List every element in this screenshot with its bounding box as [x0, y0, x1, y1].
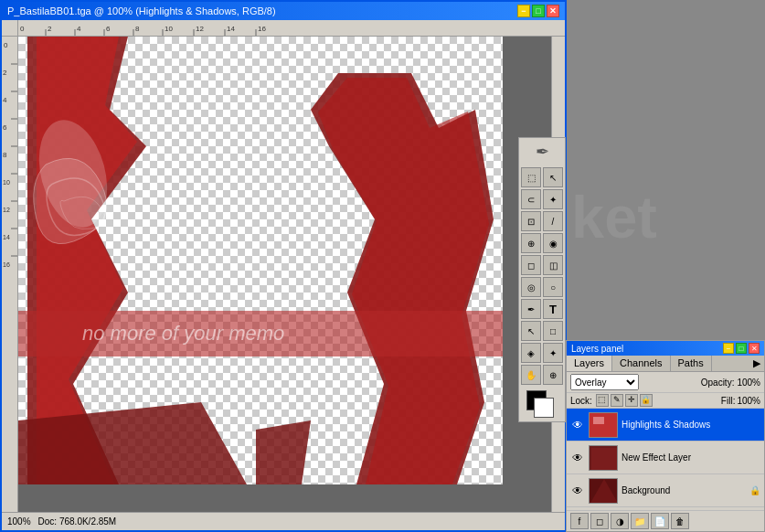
lock-position[interactable]: ✛ [625, 394, 638, 407]
layers-list: 👁 Highlights & Shadows 👁 New Effect Laye… [567, 409, 764, 510]
layer-item-background[interactable]: 👁 Background 🔒 [567, 474, 764, 507]
svg-text:6: 6 [106, 25, 111, 33]
svg-text:16: 16 [258, 25, 266, 33]
new-layer-button[interactable]: 📄 [651, 513, 669, 529]
canvas-scroll-area[interactable]: no more of your memo [18, 37, 551, 512]
layers-panel: Layers panel − □ ✕ Layers Channels Paths… [566, 340, 765, 532]
text-tool[interactable]: T [543, 299, 563, 319]
maximize-button[interactable]: □ [532, 5, 545, 17]
layers-tab-bar: Layers Channels Paths ▶ [567, 356, 764, 372]
crop-tool[interactable]: ⊡ [521, 211, 541, 231]
hand-tool[interactable]: ✋ [521, 365, 541, 385]
background-watermark-text: ket [571, 183, 657, 251]
blend-mode-select[interactable]: Overlay [570, 374, 639, 390]
marquee-tool[interactable]: ⬚ [521, 167, 541, 187]
close-button[interactable]: ✕ [547, 5, 559, 17]
layer-visibility-highlights[interactable]: 👁 [570, 418, 585, 432]
svg-text:12: 12 [196, 25, 204, 33]
pen-tool[interactable]: ✒ [521, 299, 541, 319]
lock-all[interactable]: 🔒 [640, 394, 653, 407]
new-group-button[interactable]: 📁 [631, 513, 649, 529]
fill-control: Fill: 100% [721, 396, 760, 406]
layer-item-effect[interactable]: 👁 New Effect Layer [567, 442, 764, 474]
lock-image[interactable]: ✎ [611, 394, 623, 407]
eyedropper-tool[interactable]: ✦ [543, 343, 563, 363]
content-area: 0 2 4 6 8 10 12 14 16 [2, 37, 565, 512]
stamp-tool[interactable]: ◉ [543, 233, 563, 253]
layers-maximize-button[interactable]: □ [736, 343, 747, 354]
layer-item-highlights[interactable]: 👁 Highlights & Shadows [567, 409, 764, 442]
layer-style-button[interactable]: f [570, 513, 589, 529]
ruler-vertical: 0 2 4 6 8 10 12 14 16 [2, 37, 18, 512]
ruler-v-svg: 0 2 4 6 8 10 12 14 16 [2, 37, 18, 512]
layer-name-highlights: Highlights & Shadows [622, 420, 760, 430]
tab-channels[interactable]: Channels [612, 356, 670, 371]
tab-layers[interactable]: Layers [567, 356, 612, 371]
magic-wand-tool[interactable]: ✦ [543, 189, 563, 209]
lock-transparency[interactable]: ⬚ [596, 394, 609, 407]
gradient-tool[interactable]: ◫ [543, 255, 563, 275]
color-swatches [526, 390, 558, 418]
path-select-tool[interactable]: ↖ [521, 321, 541, 341]
layer-name-background: Background [622, 485, 746, 495]
ps-main-window: P_BastilaBB01.tga @ 100% (Highlights & S… [0, 0, 567, 532]
svg-text:10: 10 [165, 25, 173, 33]
opacity-label: Opacity: [701, 378, 735, 388]
zoom-tool[interactable]: ⊕ [543, 365, 563, 385]
layer-name-effect: New Effect Layer [622, 452, 760, 463]
tool-row-5: ◻ ◫ [521, 255, 563, 275]
bg-color-swatch[interactable] [534, 398, 554, 418]
ruler-top-wrap: 0 2 4 6 8 10 12 14 16 [2, 20, 565, 37]
svg-text:2: 2 [3, 69, 7, 77]
notes-tool[interactable]: ◈ [521, 343, 541, 363]
toolbox-logo: ✒ [536, 142, 549, 162]
layer-thumb-highlights [589, 412, 618, 438]
layers-footer: f ◻ ◑ 📁 📄 🗑 [567, 510, 764, 531]
svg-text:10: 10 [3, 179, 10, 186]
ps-titlebar: P_BastilaBB01.tga @ 100% (Highlights & S… [2, 2, 565, 20]
dodge-tool[interactable]: ○ [543, 277, 563, 297]
lock-label: Lock: [570, 396, 592, 406]
layers-panel-title: Layers panel [571, 344, 623, 354]
layer-visibility-background[interactable]: 👁 [570, 484, 585, 498]
layers-minimize-button[interactable]: − [723, 343, 734, 354]
svg-text:2: 2 [48, 25, 52, 33]
minimize-button[interactable]: − [517, 5, 530, 17]
svg-text:0: 0 [20, 25, 25, 33]
tab-paths[interactable]: Paths [671, 356, 712, 371]
tool-row-3: ⊡ / [521, 211, 563, 231]
svg-marker-40 [318, 78, 489, 484]
svg-text:8: 8 [135, 25, 140, 33]
tool-row-2: ⊂ ✦ [521, 189, 563, 209]
slice-tool[interactable]: / [543, 211, 563, 231]
blur-tool[interactable]: ◎ [521, 277, 541, 297]
layer-visibility-effect[interactable]: 👁 [570, 451, 585, 465]
statusbar: 100% Doc: 768.0K/2.85M [2, 512, 565, 530]
tool-row-9: ◈ ✦ [521, 343, 563, 363]
layer-thumb-background [589, 478, 618, 504]
layers-titlebar: Layers panel − □ ✕ [567, 341, 764, 356]
tool-row-1: ⬚ ↖ [521, 167, 563, 187]
shape-tool[interactable]: □ [543, 321, 563, 341]
lasso-tool[interactable]: ⊂ [521, 189, 541, 209]
layers-close-button[interactable]: ✕ [749, 343, 760, 354]
ps-title: P_BastilaBB01.tga @ 100% (Highlights & S… [7, 5, 276, 16]
layer-mask-button[interactable]: ◻ [590, 513, 609, 529]
opacity-control: Opacity: 100% [701, 378, 760, 388]
svg-text:no more of your memo: no more of your memo [82, 322, 284, 345]
heal-tool[interactable]: ⊕ [521, 233, 541, 253]
svg-text:6: 6 [3, 123, 7, 132]
eraser-tool[interactable]: ◻ [521, 255, 541, 275]
move-tool[interactable]: ↖ [543, 167, 563, 187]
svg-text:14: 14 [227, 25, 235, 33]
canvas-image: no more of your memo [18, 37, 503, 484]
ruler-corner [2, 20, 18, 37]
delete-layer-button[interactable]: 🗑 [671, 513, 689, 529]
svg-rect-47 [593, 417, 604, 424]
opacity-value: 100% [737, 378, 760, 388]
svg-text:16: 16 [3, 261, 10, 268]
tool-row-7: ✒ T [521, 299, 563, 319]
toolbox-panel: ✒ ⬚ ↖ ⊂ ✦ ⊡ / ⊕ ◉ ◻ ◫ ◎ ○ ✒ T ↖ □ ◈ ✦ ✋ … [518, 137, 566, 422]
adjustment-layer-button[interactable]: ◑ [611, 513, 629, 529]
layers-panel-menu[interactable]: ▶ [749, 356, 764, 371]
